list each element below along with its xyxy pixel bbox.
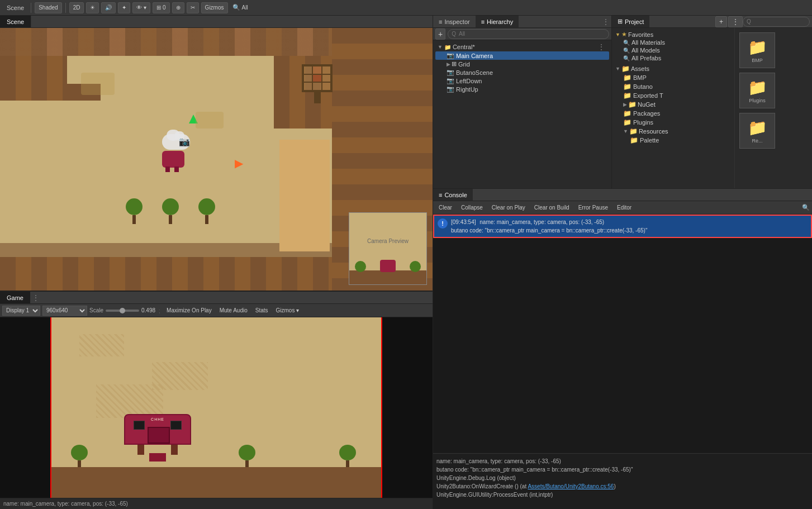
scene-view[interactable]: 📷 ▶ [0,28,433,291]
asset-thumb-plugins[interactable]: 📁 Plugins [739,73,775,108]
favorites-label: Favorites [628,31,653,38]
hierarchy-item-leftdown[interactable]: 📷 LeftDown [435,77,609,85]
assets-arrow: ▼ [615,66,620,72]
favorites-header[interactable]: ▼ ★ Favorites [614,30,732,39]
hierarchy-menu-btn[interactable]: ⋮ [600,18,611,26]
console-detail-3: UnityEngine.Debug.Log (object) [436,474,809,482]
console-entry-selected[interactable]: ! [09:43:54] name: main_camera, type: ca… [433,215,812,238]
asset-thumb-label-plugins: Plugins [749,98,766,103]
hierarchy-item-main-camera[interactable]: 📷 Main Camera [435,51,609,60]
maximize-on-play-btn[interactable]: Maximize On Play [164,307,215,314]
stats-btn[interactable]: Stats [253,307,271,314]
project-exported[interactable]: 📁 Exported T [614,91,732,100]
console-toolbar: Clear Collapse Clear on Play Clear on Bu… [433,201,812,215]
hierarchy-content: ▼ 📁 Central* ⋮ 📷 Main Camera [433,40,611,188]
game-menu-btn[interactable]: ⋮ [30,294,41,302]
central-label: Central* [453,44,475,50]
gizmos-btn[interactable]: Gizmos [201,2,228,13]
resolution-select[interactable]: 960x640 [42,306,87,316]
audio-btn[interactable]: 🔊 [101,2,116,13]
hierarchy-tab[interactable]: ≡ Hierarchy [476,16,519,27]
resources-item[interactable]: ▼ 📁 Resources [614,127,732,136]
gizmos-game-btn[interactable]: Gizmos ▾ [273,307,302,314]
butano-icon: 📷 [447,69,454,76]
console-editor-btn[interactable]: Editor [614,204,635,211]
console-tab[interactable]: ≡ Console [433,189,473,201]
hierarchy-search[interactable] [448,29,609,39]
hierarchy-item-grid[interactable]: ▶ ⊞ Grid [435,60,609,68]
console-detail-4: Unity2Butano:OnWizardCreate () (at Asset… [436,482,809,491]
hierarchy-item-butano[interactable]: 📷 ButanoScene [435,68,609,77]
effects-btn[interactable]: ✦ [118,2,130,13]
camera-preview-label: Camera Preview [367,238,409,244]
scene-tab-bar: Scene [0,16,433,28]
project-bmp[interactable]: 📁 BMP [614,73,732,82]
scale-value: 0.498 [141,307,155,313]
scale-slider[interactable] [106,310,139,312]
butano-label: ButanoScene [456,69,493,76]
game-tab[interactable]: Game [0,292,30,303]
project-all-prefabs[interactable]: 🔍 All Prefabs [614,54,732,62]
project-plugins[interactable]: 📁 Plugins [614,118,732,127]
assets-header[interactable]: ▼ 📁 Assets [614,64,732,73]
console-link[interactable]: Assets/Butano/Unity2Butano.cs:56 [528,483,614,489]
scene-vis-btn[interactable]: 👁 ▾ [132,2,150,13]
rightup-icon: 📷 [447,85,454,93]
nuget-item[interactable]: ▶ 📁 NuGet [614,100,732,109]
console-clear-on-build-btn[interactable]: Clear on Build [531,204,573,211]
console-collapse-btn[interactable]: Collapse [458,204,486,211]
project-all-models[interactable]: 🔍 All Models [614,46,732,54]
central-arrow: ▼ [438,44,443,50]
console-clear-on-play-btn[interactable]: Clear on Play [488,204,529,211]
central-menu-btn[interactable]: ⋮ [596,43,607,51]
project-butano[interactable]: 📁 Butano [614,82,732,91]
project-tab[interactable]: ⊞ Project [612,16,649,27]
right-panels: ≡ Inspector ≡ Hierarchy ⋮ + [433,16,812,509]
status-bar: name: main_camera, type: camera, pos: (-… [0,498,433,509]
project-packages[interactable]: 📁 Packages [614,109,732,118]
leftdown-label: LeftDown [456,78,482,84]
exported-folder-icon: 📁 [623,92,631,99]
grid-icon: ⊞ [452,60,457,68]
scene-tools-btn[interactable]: ⊕ [172,2,184,13]
search-icon: 🔍 [623,55,630,61]
plugins-folder-icon: 📁 [623,118,631,126]
scene-grid-btn[interactable]: ⊞ 0 [153,2,169,13]
assets-folder-icon: 📁 [621,65,630,73]
scene-tab[interactable]: Scene [0,16,31,27]
mute-audio-btn[interactable]: Mute Audio [217,307,250,314]
hierarchy-item-rightup[interactable]: 📷 RightUp [435,85,609,93]
project-menu-btn[interactable]: ⋮ [728,16,743,27]
inspector-icon: ≡ [439,18,442,25]
inspector-tab[interactable]: ≡ Inspector [433,16,476,27]
console-bottom: name: main_camera, type: camera, pos: (-… [433,453,812,509]
asset-thumb-bmp[interactable]: 📁 BMP [739,32,775,68]
shaded-btn[interactable]: Shaded [35,2,61,13]
nuget-arrow: ▶ [623,102,627,107]
main-layout: Scene [0,16,812,509]
hierarchy-add-btn[interactable]: + [435,28,445,40]
hierarchy-icon: ≡ [481,18,485,25]
console-panel: ≡ Console Clear Collapse Clear on Play C… [433,189,812,509]
main-camera-label: Main Camera [456,53,493,59]
project-search[interactable] [743,17,810,27]
central-root[interactable]: ▼ 📁 Central* ⋮ [435,42,609,51]
display-select[interactable]: Display 1 [2,306,40,316]
project-all-materials[interactable]: 🔍 All Materials [614,39,732,46]
project-palette[interactable]: 📁 Palette [614,136,732,145]
packages-folder-icon: 📁 [623,110,631,117]
asset-thumb-label-bmp: BMP [752,58,763,63]
console-error-pause-btn[interactable]: Error Pause [575,204,611,211]
console-search-icon: 🔍 [802,204,810,211]
lighting-btn[interactable]: ☀ [86,2,99,13]
asset-thumb-re[interactable]: 📁 Re... [739,113,775,149]
asset-thumb-label-re: Re... [752,138,762,144]
transform-btn[interactable]: ✂ [187,2,199,13]
console-clear-btn[interactable]: Clear [435,204,455,211]
project-content: ▼ ★ Favorites 🔍 All Materials 🔍 All Mode… [612,28,812,188]
console-info-icon: ! [438,218,448,229]
project-tree: ▼ ★ Favorites 🔍 All Materials 🔍 All Mode… [612,28,735,188]
2d-btn[interactable]: 2D [69,2,84,13]
console-msg2: butano code: "bn::camera_ptr main_camera… [451,226,647,235]
project-add-btn[interactable]: + [715,16,727,27]
